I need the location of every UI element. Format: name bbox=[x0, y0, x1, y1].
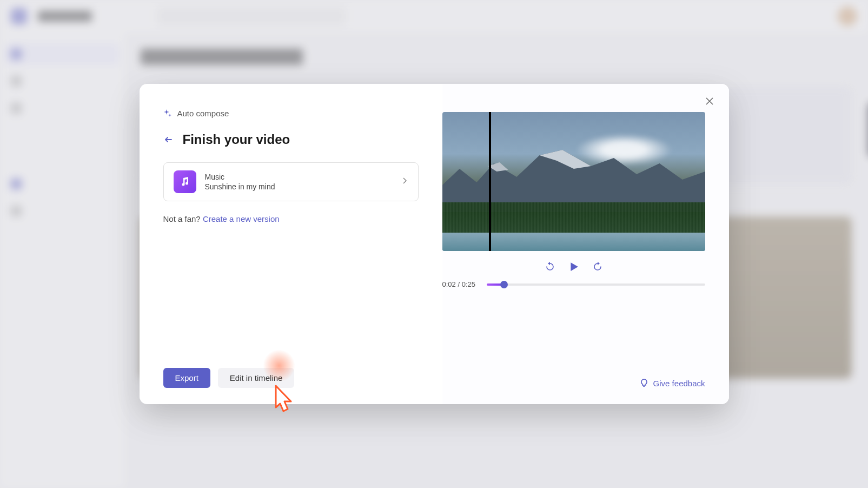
sparkle-icon bbox=[163, 109, 172, 118]
arrow-left-icon bbox=[164, 135, 174, 144]
total-time: 0:25 bbox=[462, 280, 475, 288]
play-button[interactable] bbox=[568, 261, 580, 273]
close-icon bbox=[706, 97, 713, 105]
music-track-name: Sunshine in my mind bbox=[205, 182, 392, 191]
title-row: Finish your video bbox=[163, 132, 419, 147]
music-icon bbox=[174, 170, 196, 193]
music-text: Music Sunshine in my mind bbox=[205, 173, 392, 191]
create-new-version-link[interactable]: Create a new version bbox=[203, 214, 280, 223]
forward-icon bbox=[592, 261, 603, 272]
lightbulb-icon bbox=[639, 378, 649, 388]
current-time: 0:02 bbox=[442, 280, 456, 288]
forward-button[interactable] bbox=[592, 261, 604, 273]
not-a-fan-row: Not a fan? Create a new version bbox=[163, 214, 419, 223]
modal-footer: Export Edit in timeline bbox=[163, 368, 295, 388]
cursor-pointer-annotation bbox=[265, 383, 297, 423]
modal-left-panel: Auto compose Finish your video Music Sun… bbox=[140, 84, 442, 404]
music-section-label: Music bbox=[205, 173, 392, 181]
give-feedback-link[interactable]: Give feedback bbox=[442, 367, 705, 388]
rewind-icon bbox=[545, 261, 555, 272]
rewind-button[interactable] bbox=[544, 261, 556, 273]
chevron-right-icon bbox=[401, 177, 408, 187]
feedback-label: Give feedback bbox=[653, 379, 705, 388]
modal-title: Finish your video bbox=[183, 132, 290, 147]
progress-slider[interactable] bbox=[487, 283, 705, 286]
not-a-fan-text: Not a fan? bbox=[163, 214, 203, 223]
music-selector-card[interactable]: Music Sunshine in my mind bbox=[163, 162, 419, 201]
modal-overlay: Auto compose Finish your video Music Sun… bbox=[0, 0, 868, 488]
auto-compose-header: Auto compose bbox=[163, 109, 419, 118]
modal-right-panel: 0:02 / 0:25 Give feedback bbox=[442, 84, 729, 404]
finish-video-modal: Auto compose Finish your video Music Sun… bbox=[140, 84, 729, 404]
edit-in-timeline-button[interactable]: Edit in timeline bbox=[218, 368, 295, 388]
time-label: 0:02 / 0:25 bbox=[442, 280, 479, 288]
player-controls bbox=[442, 261, 705, 273]
progress-row: 0:02 / 0:25 bbox=[442, 280, 705, 288]
play-icon bbox=[569, 262, 579, 272]
export-button[interactable]: Export bbox=[163, 368, 210, 388]
progress-thumb[interactable] bbox=[500, 281, 508, 288]
close-button[interactable] bbox=[702, 94, 717, 109]
auto-compose-label: Auto compose bbox=[177, 109, 229, 118]
back-button[interactable] bbox=[163, 134, 174, 145]
video-preview[interactable] bbox=[442, 112, 705, 251]
